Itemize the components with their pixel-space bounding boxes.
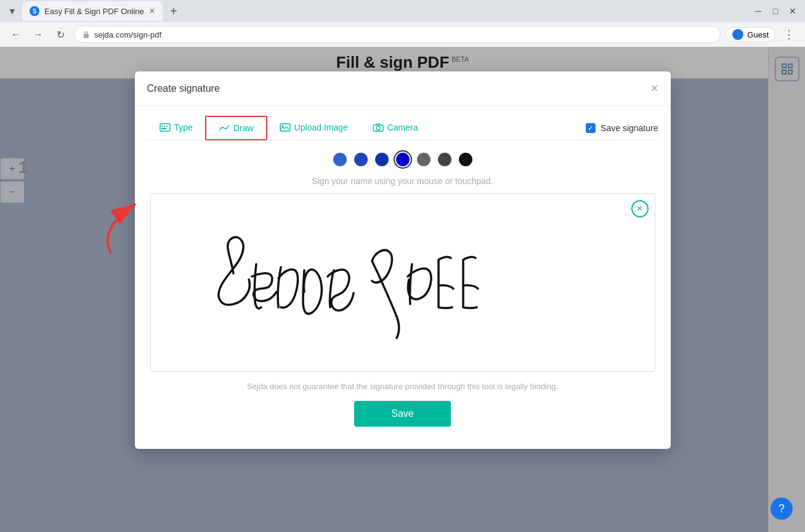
lock-icon [82,30,91,39]
svg-rect-8 [166,126,168,127]
forward-button[interactable]: → [30,26,47,43]
color-palette [147,153,658,166]
new-tab-button[interactable]: + [165,2,182,20]
signature-svg [200,206,606,360]
browser-menu-button[interactable]: ⋮ [780,26,798,43]
color-dot-black[interactable] [459,153,472,166]
tab-type[interactable]: Type [147,116,205,140]
url-bar[interactable]: sejda.com/sign-pdf [74,26,721,43]
signature-tabs: Type Draw [147,116,658,140]
tab-label: Easy Fill & Sign PDF Online [44,7,144,16]
keyboard-icon [160,123,171,132]
create-signature-modal: Create signature × Type [135,71,671,449]
image-icon [280,123,291,132]
tab-camera[interactable]: Camera [360,116,431,140]
modal-close-button[interactable]: × [651,81,658,95]
profile-button[interactable]: 👤 Guest [726,27,775,42]
draw-icon [219,124,230,132]
refresh-button[interactable]: ↻ [52,26,69,43]
modal-header: Create signature × [135,71,671,106]
svg-rect-7 [164,126,165,127]
svg-point-13 [376,126,380,130]
tab-type-label: Type [174,123,193,132]
color-dot-blue-light[interactable] [333,153,347,166]
save-signature-label: Save signature [601,123,658,133]
tab-camera-label: Camera [387,123,418,132]
svg-rect-6 [161,126,163,127]
color-dot-gray-dark[interactable] [438,153,451,166]
tab-upload-image[interactable]: Upload Image [267,116,360,140]
color-dot-blue-dark[interactable] [375,153,389,166]
minimize-button[interactable]: ─ [751,4,766,18]
tab-favicon: S [30,6,39,16]
window-controls: ─ □ ✕ [751,4,800,18]
back-button[interactable]: ← [7,26,25,43]
tab-bar: ▼ S Easy Fill & Sign PDF Online ✕ + ─ □ … [0,0,805,22]
tab-draw-label: Draw [233,123,254,133]
address-bar: ← → ↻ sejda.com/sign-pdf 👤 Guest ⋮ [0,22,805,47]
url-text: sejda.com/sign-pdf [94,30,161,39]
svg-rect-9 [161,128,166,129]
profile-icon: 👤 [732,29,743,40]
modal-body: Type Draw [135,106,671,449]
modal-title: Create signature [147,83,220,94]
svg-rect-5 [160,124,170,131]
signature-drawing [151,194,655,371]
profile-label: Guest [747,30,769,39]
tab-upload-label: Upload Image [294,123,348,132]
tab-close-button[interactable]: ✕ [149,7,155,15]
modal-overlay: Create signature × Type [0,47,805,532]
tab-list-button[interactable]: ▼ [5,4,20,18]
save-button[interactable]: Save [354,401,450,427]
browser-frame: ▼ S Easy Fill & Sign PDF Online ✕ + ─ □ … [0,0,805,47]
hint-text: Sign your name using your mouse or touch… [147,176,658,186]
color-dot-blue-deepest[interactable] [396,153,410,166]
help-icon: ? [779,502,785,515]
help-button[interactable]: ? [771,498,793,520]
save-signature-checkbox[interactable]: ✓ [586,123,596,133]
disclaimer-text: Sejda does not guarantee that the signat… [147,382,658,391]
color-dot-gray-medium[interactable] [417,153,431,166]
tab-draw[interactable]: Draw [205,116,267,140]
signature-canvas[interactable]: × [150,193,655,372]
camera-icon [373,123,384,132]
color-dot-blue-medium[interactable] [354,153,368,166]
window-close-button[interactable]: ✕ [785,4,800,18]
svg-rect-0 [84,34,89,38]
save-signature-area: ✓ Save signature [586,123,658,133]
page-background: Fill & sign PDFBETA + − 1 Create signatu… [0,47,805,532]
maximize-button[interactable]: □ [768,4,783,18]
clear-signature-button[interactable]: × [631,200,649,217]
active-tab[interactable]: S Easy Fill & Sign PDF Online ✕ [22,1,163,21]
